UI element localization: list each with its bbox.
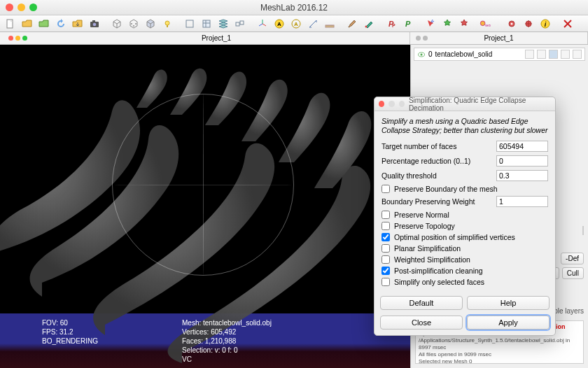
layer-mode-icon[interactable] <box>549 50 558 59</box>
light-button[interactable] <box>160 17 175 31</box>
preset-def-button[interactable]: -Def <box>561 253 584 264</box>
percent-reduction-input[interactable] <box>496 155 548 167</box>
layer-name: tentaclebowl_solid <box>435 50 522 58</box>
weighted-checkbox[interactable] <box>382 255 390 264</box>
label-a-button[interactable]: A <box>272 17 287 31</box>
layers-dialog-button[interactable] <box>199 17 214 31</box>
svg-rect-9 <box>186 20 193 27</box>
minimize-window-icon[interactable] <box>18 3 25 11</box>
help-button[interactable]: Help <box>467 296 550 310</box>
color-paint-button[interactable] <box>361 17 377 31</box>
preserve-normal-label: Preserve Normal <box>394 211 449 219</box>
star-red-button[interactable] <box>456 17 472 31</box>
svg-text:GEOREF: GEOREF <box>485 24 491 27</box>
filter-gear2-button[interactable] <box>521 17 536 31</box>
zoom-window-icon[interactable] <box>29 3 37 11</box>
hud-fov: FOV: 60 <box>42 318 182 327</box>
quality-threshold-input[interactable] <box>496 170 548 181</box>
planar-checkbox[interactable] <box>382 244 390 253</box>
percent-reduction-label: Percentage reduction (0..1) <box>382 157 492 165</box>
svg-text:P: P <box>392 23 396 28</box>
app-title: MeshLab 2016.12 <box>260 3 328 13</box>
preserve-boundary-checkbox[interactable] <box>382 185 390 193</box>
ruler-button[interactable] <box>322 17 337 31</box>
hud-mesh: Mesh: tentaclebowl_solid.obj <box>182 318 322 327</box>
align-button[interactable] <box>232 17 248 31</box>
trackball-axis-icon <box>112 185 294 185</box>
planar-label: Planar Simplification <box>394 244 461 253</box>
reload-button[interactable] <box>53 17 69 31</box>
filter-gear-button[interactable] <box>504 17 519 31</box>
hud-vc: VC <box>182 355 322 364</box>
apply-button[interactable]: Apply <box>467 316 550 330</box>
layer-row[interactable]: 0 tentaclebowl_solid <box>414 48 585 61</box>
panel-toggle-icon[interactable] <box>582 226 584 235</box>
layer-visibility-button[interactable] <box>216 17 231 31</box>
delete-button[interactable] <box>560 17 575 31</box>
svg-point-6 <box>133 25 134 27</box>
svg-point-25 <box>511 22 513 24</box>
render-wire-button[interactable] <box>109 17 125 31</box>
optimal-position-checkbox[interactable] <box>382 233 390 241</box>
georef-button[interactable]: GEOREF <box>473 17 497 31</box>
tab-label: Project_1 <box>484 34 513 42</box>
tab-viewport[interactable]: Project_1 <box>0 32 410 44</box>
3d-viewport[interactable]: FOV: 60 FPS: 31.2 BO_RENDERING Mesh: ten… <box>0 45 410 368</box>
preserve-topology-label: Preserve Topology <box>394 222 455 230</box>
preserve-boundary-label: Preserve Boundary of the mesh <box>394 185 498 193</box>
tab-bar: Project_1 Project_1 <box>0 32 588 45</box>
layer-mode-icon[interactable] <box>573 50 582 59</box>
tab-label: Project_1 <box>31 34 401 42</box>
star-green-button[interactable] <box>440 17 455 31</box>
plugin-p-red-button[interactable]: PP <box>384 17 399 31</box>
cull-button[interactable]: Cull <box>562 267 584 279</box>
bbox-button[interactable] <box>182 17 197 31</box>
new-project-button[interactable] <box>3 17 18 31</box>
info-button[interactable]: i <box>538 17 553 31</box>
viewport-hud: FOV: 60 FPS: 31.2 BO_RENDERING Mesh: ten… <box>42 318 403 364</box>
hud-faces: Faces: 1,210,988 <box>182 337 322 346</box>
layer-mode-icon[interactable] <box>561 50 570 59</box>
hud-flag: BO_RENDERING <box>42 337 182 346</box>
svg-text:A: A <box>277 21 281 27</box>
default-button[interactable]: Default <box>380 296 463 310</box>
visibility-icon[interactable] <box>417 50 426 59</box>
tab-layers[interactable]: Project_1 <box>410 32 588 44</box>
layer-mode-icon[interactable] <box>537 50 546 59</box>
plugin-p-green-button[interactable]: P <box>400 17 416 31</box>
open-button[interactable] <box>20 17 35 31</box>
close-button[interactable]: Close <box>380 316 463 330</box>
simplification-dialog: Simplification: Quadric Edge Collapse De… <box>374 97 556 336</box>
svg-point-18 <box>365 25 368 27</box>
label-a-outline-button[interactable]: A <box>288 17 304 31</box>
measure-button[interactable] <box>305 17 321 31</box>
select-tool-button[interactable] <box>423 17 438 31</box>
weighted-label: Weighted Simplification <box>394 255 470 264</box>
dialog-close-icon[interactable] <box>379 101 384 107</box>
window-controls[interactable] <box>6 3 37 11</box>
snapshot-button[interactable] <box>87 17 102 31</box>
paint-brush-button[interactable] <box>344 17 360 31</box>
preserve-normal-checkbox[interactable] <box>382 211 390 219</box>
layer-mode-icon[interactable] <box>525 50 534 59</box>
dialog-title: Simplification: Quadric Edge Collapse De… <box>409 97 551 112</box>
boundary-weight-label: Boundary Preserving Weight <box>382 197 492 206</box>
axis-button[interactable] <box>255 17 270 31</box>
svg-text:A: A <box>294 21 298 27</box>
svg-point-22 <box>480 21 485 26</box>
postclean-checkbox[interactable] <box>382 267 390 275</box>
dialog-titlebar[interactable]: Simplification: Quadric Edge Collapse De… <box>374 97 555 111</box>
render-solid-button[interactable] <box>143 17 158 31</box>
dialog-description: Simplify a mesh using a Quadric based Ed… <box>382 117 548 135</box>
svg-point-4 <box>131 23 132 24</box>
target-faces-input[interactable] <box>496 141 548 152</box>
close-window-icon[interactable] <box>6 3 13 11</box>
render-points-button[interactable] <box>126 17 141 31</box>
svg-point-30 <box>421 53 423 55</box>
preserve-topology-checkbox[interactable] <box>382 222 390 230</box>
open-recent-button[interactable] <box>36 17 52 31</box>
only-selected-checkbox[interactable] <box>382 278 390 286</box>
boundary-weight-input[interactable] <box>496 196 548 207</box>
svg-text:P: P <box>405 20 411 28</box>
import-mesh-button[interactable] <box>70 17 85 31</box>
